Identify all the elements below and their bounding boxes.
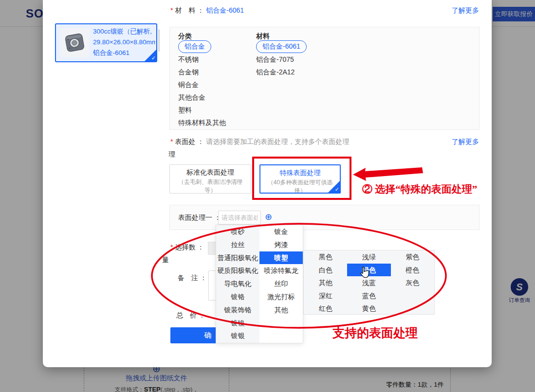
color-option[interactable]: 绿色	[347, 264, 390, 277]
category-option[interactable]: 不锈钢	[178, 53, 199, 66]
part-card[interactable]: 300cc镶嵌（已解析, 29.80×26.00×8.80mm 铝合金-6061…	[55, 23, 157, 62]
part-3d-image	[60, 28, 90, 57]
required-asterisk: *	[170, 6, 173, 14]
part-dimensions: 29.80×26.00×8.80mm	[93, 37, 155, 48]
surface-label-line2: 理	[168, 150, 175, 159]
color-option[interactable]: 白色	[304, 264, 347, 277]
surface-field-row: *表面处 ： 请选择需要加工的表面处理，支持多个表面处理	[170, 138, 349, 146]
category-option[interactable]: 铝合金	[178, 40, 211, 53]
treatment-one-label: 表面处理一 ：	[178, 214, 221, 222]
material-learn-more-link[interactable]: 了解更多	[452, 6, 479, 15]
treatment-option[interactable]: 镀镍	[216, 317, 259, 330]
category-option[interactable]: 合金钢	[178, 66, 199, 78]
treatment-option[interactable]: 喷涂特氟龙	[259, 264, 303, 277]
color-option[interactable]: 黄色	[347, 302, 390, 315]
part-name: 300cc镶嵌（已解析,	[93, 26, 155, 37]
total-price-label: 总 价 ：	[176, 311, 205, 320]
treatment-option[interactable]: 硬质阳极氧化	[216, 264, 259, 277]
quote-config-modal: 300cc镶嵌（已解析, 29.80×26.00×8.80mm 铝合金-6061…	[43, 0, 492, 367]
check-icon: ✓	[151, 55, 156, 61]
material-option[interactable]: 铝合金-7075	[256, 53, 294, 66]
treatment-option[interactable]: 烤漆	[259, 238, 303, 251]
quantity-label-line2: 量	[162, 256, 169, 265]
color-option[interactable]: 浅绿	[347, 250, 390, 264]
color-option[interactable]: 浅蓝	[347, 276, 390, 289]
material-value[interactable]: 铝合金-6061	[206, 6, 244, 14]
treatment-option[interactable]: 导电氧化	[216, 277, 259, 290]
treatment-option[interactable]: 镀金	[259, 225, 303, 238]
color-option[interactable]: 蓝色	[347, 289, 390, 303]
treatment-option[interactable]: 丝印	[259, 277, 303, 290]
material-field-row: *材 料 ： 铝合金-6061	[170, 6, 244, 15]
treatment-option[interactable]: 普通阳极氧化	[216, 251, 259, 265]
part-list-scrollbar[interactable]	[158, 29, 160, 52]
color-col3: 紫色橙色灰色	[391, 250, 434, 314]
special-surface-title: 特殊表面处理	[260, 169, 340, 178]
treatment-option[interactable]: 喷塑	[259, 251, 303, 265]
material-option[interactable]: 铝合金-6061	[256, 40, 307, 53]
surface-label-line1: 表面处 ：	[175, 138, 204, 145]
color-option[interactable]: 紫色	[391, 250, 434, 264]
material-column-header: 材料	[256, 32, 270, 41]
color-option[interactable]: 深红	[304, 289, 347, 303]
material-list: 铝合金-6061铝合金-7075铝合金-2A12	[256, 40, 307, 78]
material-label: 材 料 ：	[175, 6, 204, 14]
surface-hint: 请选择需要加工的表面处理，支持多个表面处理	[206, 138, 349, 145]
color-option[interactable]: 其他	[304, 276, 347, 289]
category-option[interactable]: 特殊材料及其他	[178, 116, 226, 129]
material-panel: 分类 材料 铝合金不锈钢合金钢铜合金其他合金塑料特殊材料及其他 铝合金-6061…	[169, 27, 480, 130]
treatment-option[interactable]: 镀铬	[216, 290, 259, 303]
color-panel: 黑色白色其他深红红色 浅绿绿色浅蓝蓝色黄色 紫色橙色灰色	[303, 250, 435, 315]
special-surface-card[interactable]: 特殊表面处理 （40多种表面处理可供选择） ✓	[259, 164, 341, 194]
treatment-dropdown-col1: 喷砂拉丝普通阳极氧化硬质阳极氧化导电氧化镀铬镀装饰铬镀镍镀银	[216, 225, 259, 343]
category-option[interactable]: 其他合金	[178, 91, 205, 104]
treatment-dropdown: 喷砂拉丝普通阳极氧化硬质阳极氧化导电氧化镀铬镀装饰铬镀镍镀银 镀金烤漆喷塑喷涂特…	[216, 225, 303, 343]
treatment-option[interactable]: 镀银	[216, 329, 259, 342]
surface-learn-more-link[interactable]: 了解更多	[452, 138, 479, 146]
category-column-header: 分类	[178, 32, 192, 41]
color-col2: 浅绿绿色浅蓝蓝色黄色	[347, 250, 390, 314]
color-col1: 黑色白色其他深红红色	[304, 250, 347, 314]
part-thumbnail	[60, 28, 90, 57]
check-icon: ✓	[335, 186, 339, 193]
add-treatment-icon[interactable]: ⊕	[265, 212, 272, 222]
treatment-option[interactable]: 镀装饰铬	[216, 303, 259, 317]
category-option[interactable]: 铜合金	[178, 78, 199, 91]
color-option[interactable]: 灰色	[391, 276, 434, 289]
material-option[interactable]: 铝合金-2A12	[256, 66, 295, 78]
treatment-dropdown-col2: 镀金烤漆喷塑喷涂特氟龙丝印激光打标其他	[259, 225, 303, 343]
treatment-option[interactable]: 喷砂	[216, 225, 259, 238]
standard-surface-card[interactable]: 标准化表面处理 （去毛刺、表面洁净清理等）	[169, 164, 251, 194]
remark-label: 备 注 ：	[178, 274, 207, 283]
standard-surface-title: 标准化表面处理	[170, 168, 251, 177]
required-asterisk: *	[170, 138, 173, 145]
treatment-option[interactable]: 其他	[259, 303, 303, 317]
color-option[interactable]: 黑色	[304, 250, 347, 264]
treatment-one-input[interactable]	[218, 211, 261, 225]
category-option[interactable]: 塑料	[178, 104, 192, 116]
category-list: 铝合金不锈钢合金钢铜合金其他合金塑料特殊材料及其他	[178, 40, 226, 129]
treatment-option[interactable]: 拉丝	[216, 238, 259, 251]
color-option[interactable]: 红色	[304, 302, 347, 315]
color-option[interactable]: 橙色	[391, 264, 434, 277]
standard-surface-subtitle: （去毛刺、表面洁净清理等）	[170, 178, 251, 194]
quantity-field-label: *选择数 ：	[170, 243, 204, 252]
treatment-option[interactable]: 激光打标	[259, 290, 303, 303]
screen: SOG 立即获取报价 ⊕ 拖拽或上传图纸文件 支持格式：STEP(.step，.…	[0, 0, 535, 392]
